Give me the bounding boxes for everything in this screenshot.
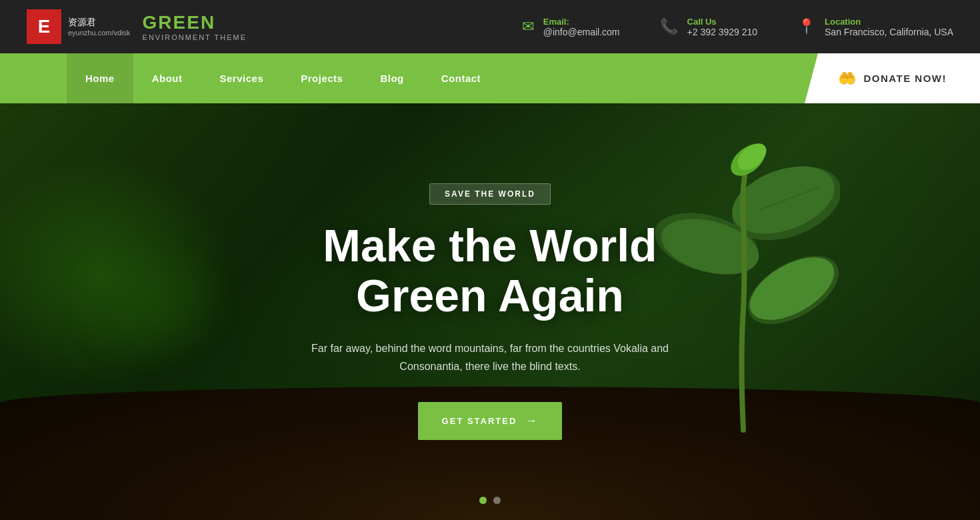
cta-label: GET STARTED — [442, 416, 517, 426]
hero-description: Far far away, behind the word mountains,… — [297, 339, 683, 375]
location-contact: 📍 Location San Francisco, California, US… — [797, 17, 953, 37]
hero-title: Make the World Green Again — [297, 221, 683, 321]
nav-item-blog[interactable]: Blog — [361, 53, 422, 103]
hero-dot-1[interactable] — [479, 497, 487, 504]
phone-icon: 📞 — [660, 18, 678, 35]
nav-item-projects[interactable]: Projects — [282, 53, 361, 103]
nav-item-about[interactable]: About — [133, 53, 201, 103]
donate-label: DONATE NOW! — [863, 73, 947, 84]
phone-label: Call Us — [687, 17, 758, 27]
email-contact: ✉ Email: @info@email.com — [522, 17, 620, 37]
logo-url: eyunzhu.com/vdisk — [68, 29, 131, 37]
hero-dots — [479, 497, 501, 504]
nav-links: Home About Services Projects Blog Contac… — [0, 53, 805, 103]
bg-blob-left2 — [67, 237, 233, 370]
logo-green-text: GREEN — [143, 12, 247, 33]
donate-button[interactable]: 🤲 DONATE NOW! — [838, 70, 947, 87]
donate-icon: 🤲 — [838, 70, 857, 87]
donate-area: 🤲 DONATE NOW! — [805, 53, 980, 103]
logo-text: 资源君 eyunzhu.com/vdisk — [68, 17, 131, 37]
hero-section: SAVE THE WORLD Make the World Green Agai… — [0, 103, 980, 520]
email-icon: ✉ — [522, 18, 534, 35]
email-label: Email: — [543, 17, 620, 27]
hero-badge: SAVE THE WORLD — [429, 183, 551, 205]
location-icon: 📍 — [797, 18, 815, 35]
logo-sub-text: ENVIRONMENT THEME — [143, 33, 247, 41]
top-contact: ✉ Email: @info@email.com 📞 Call Us +2 39… — [522, 17, 953, 37]
cta-arrow-icon: → — [525, 414, 538, 428]
get-started-button[interactable]: GET STARTED → — [418, 402, 563, 440]
logo-area: E 资源君 eyunzhu.com/vdisk GREEN ENVIRONMEN… — [27, 9, 247, 44]
logo-icon: E — [27, 9, 61, 44]
nav-item-services[interactable]: Services — [201, 53, 283, 103]
hero-title-line2: Green Again — [356, 270, 624, 321]
top-bar: E 资源君 eyunzhu.com/vdisk GREEN ENVIRONMEN… — [0, 0, 980, 53]
phone-value: +2 392 3929 210 — [687, 27, 758, 37]
email-value: @info@email.com — [543, 27, 620, 37]
location-value: San Francisco, California, USA — [825, 27, 953, 37]
location-label: Location — [825, 17, 953, 27]
phone-contact: 📞 Call Us +2 392 3929 210 — [660, 17, 758, 37]
hero-dot-2[interactable] — [493, 497, 501, 504]
logo-chinese: 资源君 — [68, 17, 131, 29]
nav-item-contact[interactable]: Contact — [423, 53, 499, 103]
nav-bar: Home About Services Projects Blog Contac… — [0, 53, 980, 103]
hero-content: SAVE THE WORLD Make the World Green Agai… — [297, 183, 683, 440]
hero-title-line1: Make the World — [323, 220, 657, 271]
nav-item-home[interactable]: Home — [67, 53, 133, 103]
